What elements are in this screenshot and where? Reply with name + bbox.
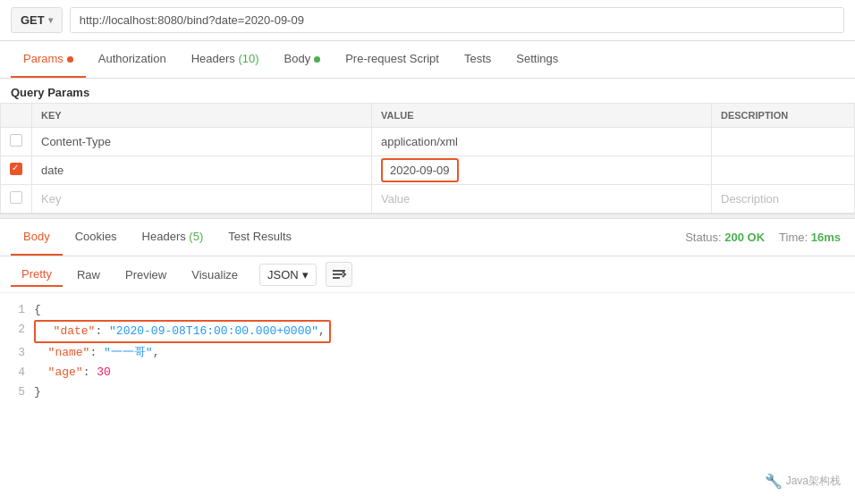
- format-tabs-row: Pretty Raw Preview Visualize JSON ▾: [0, 256, 855, 293]
- main-container: GET ▾ Params Authorization Headers (10) …: [0, 0, 855, 504]
- resp-tab-body-label: Body: [23, 230, 50, 243]
- tab-headers-label: Headers (10): [191, 52, 259, 65]
- json-arrow-icon: ▾: [302, 268, 309, 281]
- tab-authorization-label: Authorization: [98, 52, 166, 65]
- row1-key[interactable]: Content-Type: [32, 128, 372, 156]
- checkbox-checked[interactable]: [10, 163, 22, 175]
- tab-authorization[interactable]: Authorization: [86, 41, 179, 78]
- th-value: VALUE: [372, 104, 712, 128]
- tab-body[interactable]: Body: [272, 41, 334, 78]
- row2-description[interactable]: [712, 156, 855, 185]
- tab-params[interactable]: Params: [11, 41, 86, 78]
- tab-params-label: Params: [23, 52, 63, 65]
- query-params-section-label: Query Params: [0, 79, 855, 103]
- th-checkbox: [1, 104, 32, 128]
- wrap-icon[interactable]: [326, 262, 352, 287]
- method-label: GET: [21, 13, 45, 27]
- resp-tab-body[interactable]: Body: [11, 219, 63, 256]
- table-row: Content-Type application/xml: [1, 128, 855, 156]
- table-row: date 2020-09-09: [1, 156, 855, 185]
- tab-pre-request-label: Pre-request Script: [345, 52, 439, 65]
- th-key: KEY: [32, 104, 372, 128]
- json-select[interactable]: JSON ▾: [259, 264, 317, 286]
- row3-description[interactable]: Description: [712, 185, 855, 214]
- checkbox-unchecked[interactable]: [10, 134, 22, 147]
- fmt-tab-raw[interactable]: Raw: [66, 264, 111, 286]
- watermark-text: Java架构栈: [786, 474, 841, 489]
- response-status: Status: 200 OK Time: 16ms: [685, 231, 844, 244]
- tab-headers[interactable]: Headers (10): [179, 41, 272, 78]
- resp-tab-test-results[interactable]: Test Results: [216, 219, 304, 256]
- json-line-4: 4 "age": 30: [0, 363, 855, 382]
- row2-key[interactable]: date: [32, 156, 372, 185]
- body-dot: [314, 56, 320, 63]
- tab-tests-label: Tests: [464, 52, 491, 65]
- row1-checkbox-cell[interactable]: [1, 128, 32, 156]
- json-line-3: 3 "name": "一一哥",: [0, 343, 855, 363]
- row2-checkbox-cell[interactable]: [1, 156, 32, 185]
- row3-checkbox-cell[interactable]: [1, 185, 32, 214]
- watermark-icon: 🔧: [765, 473, 783, 490]
- params-table: KEY VALUE DESCRIPTION Content-Type appli…: [0, 103, 855, 214]
- tab-settings-label: Settings: [516, 52, 558, 65]
- json-line-2: 2 "date": "2020-09-08T16:00:00.000+0000"…: [0, 320, 855, 343]
- table-row: Key Value Description: [1, 185, 855, 214]
- row1-description[interactable]: [712, 128, 855, 156]
- row2-value[interactable]: 2020-09-09: [372, 156, 712, 185]
- row3-value[interactable]: Value: [372, 185, 712, 214]
- tab-settings[interactable]: Settings: [504, 41, 571, 78]
- json-line-1: 1 {: [0, 300, 855, 320]
- status-label: Status: 200 OK: [685, 231, 765, 244]
- row1-value[interactable]: application/xml: [372, 128, 712, 156]
- tab-tests[interactable]: Tests: [452, 41, 504, 78]
- params-dot: [67, 56, 73, 63]
- th-description: DESCRIPTION: [712, 104, 855, 128]
- method-arrow: ▾: [48, 15, 53, 25]
- response-tabs-row: Body Cookies Headers (5) Test Results St…: [0, 219, 855, 256]
- method-select[interactable]: GET ▾: [11, 7, 63, 33]
- tab-pre-request[interactable]: Pre-request Script: [333, 41, 452, 78]
- json-line-5: 5 }: [0, 382, 855, 402]
- resp-tab-test-results-label: Test Results: [228, 230, 292, 243]
- fmt-tab-pretty[interactable]: Pretty: [11, 263, 63, 287]
- url-input[interactable]: [70, 7, 844, 33]
- fmt-tab-preview[interactable]: Preview: [114, 264, 177, 286]
- url-bar: GET ▾: [0, 0, 855, 41]
- resp-tab-headers-label: Headers (5): [142, 230, 204, 243]
- request-tabs-row: Params Authorization Headers (10) Body P…: [0, 41, 855, 79]
- fmt-tab-visualize[interactable]: Visualize: [181, 264, 249, 286]
- watermark: 🔧 Java架构栈: [765, 473, 841, 490]
- json-highlighted-date: "date": "2020-09-08T16:00:00.000+0000",: [34, 320, 331, 343]
- resp-tab-cookies-label: Cookies: [75, 230, 117, 243]
- json-output: 1 { 2 "date": "2020-09-08T16:00:00.000+0…: [0, 293, 855, 409]
- time-label: Time: 16ms: [779, 231, 841, 244]
- row3-key[interactable]: Key: [32, 185, 372, 214]
- resp-tab-headers[interactable]: Headers (5): [130, 219, 216, 256]
- tab-body-label: Body: [284, 52, 311, 65]
- resp-tab-cookies[interactable]: Cookies: [63, 219, 130, 256]
- checkbox-unchecked[interactable]: [10, 191, 22, 204]
